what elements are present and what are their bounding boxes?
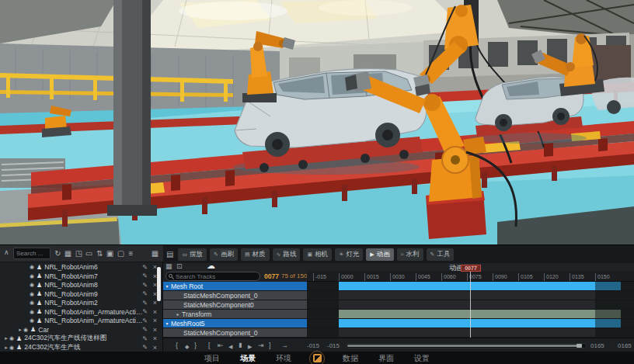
tab-route[interactable]: ∿路线 [273, 248, 301, 261]
edit-icon[interactable]: ✎ [142, 300, 148, 307]
track-row[interactable]: StaticMeshComponent_0 [163, 291, 634, 300]
appbar-item-project[interactable]: 项目 [204, 353, 220, 364]
prev-key-button[interactable]: { [176, 341, 178, 350]
tab-place[interactable]: ▭摆放 [178, 248, 207, 261]
tab-material[interactable]: ▤材质 [241, 248, 270, 261]
eye-icon[interactable]: ◉ [9, 335, 14, 341]
menu-icon[interactable]: ▤ [166, 250, 173, 258]
tree-row[interactable]: ▸◉♟Car ✎× [0, 325, 163, 335]
sync-icon[interactable]: ↻ [53, 248, 63, 259]
play-button[interactable]: ▮ [239, 341, 242, 350]
tab-camera[interactable]: ▣相机 [303, 248, 332, 261]
viewport-3d-scene[interactable] [0, 0, 634, 244]
appbar-item-interface[interactable]: 界面 [378, 353, 394, 364]
loop-button[interactable]: → [281, 341, 288, 350]
eye-icon[interactable]: ◉ [9, 345, 14, 351]
tab-light[interactable]: ☀灯光 [335, 248, 363, 261]
open-external-icon[interactable]: ⊡ [176, 262, 183, 270]
grid-icon[interactable]: ▦ [63, 248, 73, 259]
folder-icon[interactable]: ▭ [84, 248, 94, 259]
expand-arrow-icon[interactable]: ▸ [3, 335, 9, 341]
eye-icon[interactable]: ◉ [30, 317, 34, 324]
track-row[interactable]: ▸Transform [163, 310, 634, 319]
collapse-panel-icon[interactable]: ∧ [4, 248, 9, 256]
frame-select-icon[interactable]: ◳ [74, 248, 84, 259]
tab-water[interactable]: ≈水利 [397, 248, 423, 261]
eye-icon[interactable]: ◉ [30, 291, 34, 297]
work-range-end[interactable]: 0165 [590, 342, 604, 349]
edit-icon[interactable]: ✎ [142, 335, 148, 342]
appbar-item-settings[interactable]: 设置 [414, 353, 430, 364]
edit-icon[interactable]: ✎ [142, 264, 148, 271]
panel-grid-icon[interactable]: ▦ [150, 248, 160, 259]
playhead-marker[interactable]: 0077 [461, 265, 481, 272]
close-icon[interactable]: × [153, 326, 157, 334]
add-key-button[interactable]: ◆ [185, 342, 189, 352]
track-row[interactable]: StaticMeshComponent0 [163, 300, 634, 310]
transform-section-bar[interactable] [339, 310, 621, 318]
tree-row[interactable]: ◉♟NRL_RobotAnim9 ✎× [0, 289, 163, 299]
eye-icon[interactable]: ◉ [30, 300, 34, 306]
go-to-end-button[interactable]: ⇥ [258, 341, 264, 350]
appbar-item-environment[interactable]: 环境 [276, 353, 291, 364]
new-box-icon[interactable]: ▢ [116, 248, 126, 259]
close-icon[interactable]: × [153, 344, 157, 352]
edit-icon[interactable]: ✎ [142, 290, 148, 297]
go-to-start-button[interactable]: ⇤ [218, 341, 224, 350]
tab-brush[interactable]: ✎画刷 [210, 248, 238, 261]
edit-icon[interactable]: ✎ [142, 317, 148, 324]
tree-row[interactable]: ◉♟NRL_RobotAnim6 ✎× [0, 262, 163, 272]
tree-row[interactable]: ◉♟NRL_RobotAnim_ArmatureAction2 ✎× [0, 316, 163, 325]
tree-row[interactable]: ▸◉♟24C302汽车生产线传送样图 ✎× [0, 334, 163, 343]
edit-icon[interactable]: ✎ [142, 308, 148, 315]
animation-section-bar[interactable] [339, 319, 621, 328]
edit-icon[interactable]: ✎ [142, 344, 148, 351]
place-icon: ▭ [182, 251, 187, 258]
hierarchy-search-input[interactable] [13, 248, 51, 259]
chevron-down-icon[interactable]: ▾ [163, 283, 171, 289]
playhead-line[interactable] [470, 271, 471, 338]
eye-icon[interactable]: ◉ [30, 264, 34, 270]
animation-section-bar[interactable] [339, 282, 621, 290]
step-forward-button[interactable]: ▶ [248, 342, 252, 352]
tree-row[interactable]: ◉♟NRL_RobotAnim8 ✎× [0, 280, 163, 289]
track-search-input[interactable] [165, 272, 260, 281]
duplicate-icon[interactable]: ▣ [105, 248, 115, 259]
track-row[interactable]: StaticMeshComponent_0 [163, 328, 634, 338]
step-back-button[interactable]: ◀ [228, 342, 232, 352]
tree-row[interactable]: ▸◉♟24C302汽车生产线 ✎× [0, 343, 163, 352]
tree-row[interactable]: ◉♟NRL_RobotAnim_ArmatureAction_2 ✎× [0, 307, 163, 317]
edit-icon[interactable]: ✎ [142, 326, 148, 333]
tab-tools[interactable]: ✎工具 [427, 248, 455, 261]
tab-animation[interactable]: ▶动画 [366, 248, 393, 261]
swap-icon[interactable]: ⇅ [95, 248, 105, 259]
expand-arrow-icon[interactable]: ▸ [3, 345, 9, 351]
tree-row[interactable]: ◉♟NRL_RobotAnim2 ✎× [0, 298, 163, 307]
track-row[interactable]: ▾MeshRoot5 [163, 319, 634, 328]
appbar-item-data[interactable]: 数据 [343, 353, 358, 364]
eye-icon[interactable]: ◉ [30, 309, 34, 315]
close-icon[interactable]: × [153, 317, 157, 324]
close-icon[interactable]: × [153, 308, 157, 316]
timeline-scrollbar[interactable] [346, 343, 587, 348]
list-view-icon[interactable]: ≡ [126, 248, 136, 259]
timeline-grid-icon[interactable]: ▦ [165, 262, 172, 270]
eye-icon[interactable]: ◉ [30, 282, 34, 288]
edit-icon[interactable]: ✎ [142, 272, 148, 279]
chevron-right-icon[interactable]: ▸ [174, 311, 182, 317]
chevron-down-icon[interactable]: ▾ [163, 321, 171, 326]
track-row[interactable]: ▾Mesh Root [163, 282, 634, 291]
appbar-item-scene[interactable]: 场景 [240, 353, 256, 364]
hierarchy-scrollbar[interactable] [157, 267, 161, 301]
eye-icon[interactable]: ◉ [30, 273, 34, 279]
close-icon[interactable]: × [153, 335, 157, 342]
view-range-start[interactable]: -015 [307, 342, 319, 349]
view-range-end[interactable]: 0165 [618, 342, 632, 349]
eye-icon[interactable]: ◉ [23, 327, 28, 333]
tree-row[interactable]: ◉♟NRL_RobotAnim7 ✎× [0, 272, 163, 281]
expand-arrow-icon[interactable]: ▸ [17, 327, 23, 333]
next-key-button[interactable]: } [194, 341, 197, 350]
edit-icon[interactable]: ✎ [142, 282, 148, 289]
app-logo[interactable] [309, 351, 325, 364]
work-range-start[interactable]: -015 [327, 342, 340, 349]
